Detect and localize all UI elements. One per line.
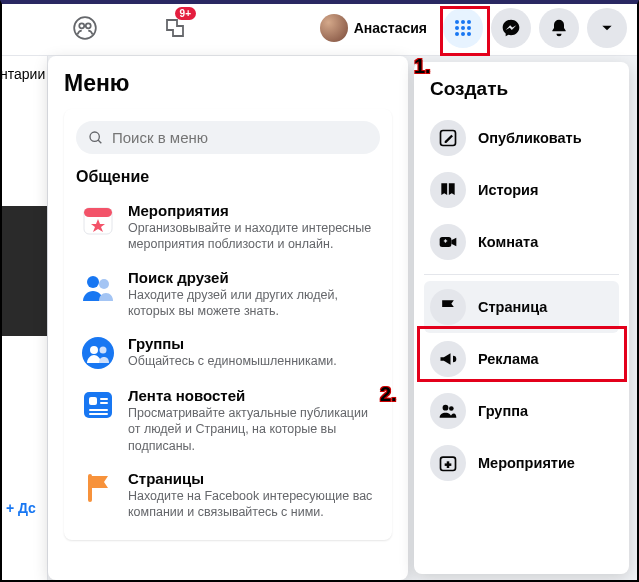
svg-point-11	[467, 32, 471, 36]
svg-point-8	[467, 26, 471, 30]
create-item-post[interactable]: Опубликовать	[424, 112, 619, 164]
left-sidebar-partial: нтарии + Дс	[0, 56, 48, 582]
section-header: Общение	[76, 168, 380, 186]
flag-icon	[80, 470, 116, 506]
svg-rect-26	[88, 474, 92, 502]
megaphone-icon	[430, 341, 466, 377]
avatar	[320, 14, 348, 42]
svg-rect-21	[89, 397, 97, 405]
svg-point-19	[100, 347, 107, 354]
svg-rect-24	[89, 409, 108, 411]
create-item-event[interactable]: Мероприятие	[424, 437, 619, 489]
menu-button[interactable]	[443, 8, 483, 48]
svg-rect-22	[100, 398, 108, 400]
menu-title: Меню	[64, 70, 392, 97]
create-item-room[interactable]: Комната	[424, 216, 619, 268]
messenger-button[interactable]	[491, 8, 531, 48]
search-input[interactable]	[112, 129, 368, 146]
svg-point-1	[79, 23, 84, 28]
calendar-plus-icon	[430, 445, 466, 481]
menu-item-events[interactable]: МероприятияОрганизовывайте и находите ин…	[76, 194, 380, 261]
notifications-button[interactable]	[539, 8, 579, 48]
flag-icon	[430, 289, 466, 325]
svg-point-5	[467, 20, 471, 24]
svg-point-7	[461, 26, 465, 30]
groups-icon	[80, 335, 116, 371]
menu-item-groups[interactable]: ГруппыОбщайтесь с единомышленниками.	[76, 327, 380, 379]
svg-rect-30	[445, 239, 446, 242]
svg-point-12	[90, 132, 99, 141]
top-nav: 9+ Анастасия	[0, 0, 639, 56]
create-panel: Создать Опубликовать История Комната Стр…	[414, 62, 629, 574]
svg-rect-25	[89, 413, 108, 415]
create-item-group[interactable]: Группа	[424, 385, 619, 437]
menu-panel: Меню Общение МероприятияОрганизовывайте …	[48, 56, 408, 580]
grid-icon	[453, 18, 473, 38]
calendar-icon	[80, 202, 116, 238]
svg-point-10	[461, 32, 465, 36]
friends-icon	[80, 269, 116, 305]
create-title: Создать	[424, 78, 619, 112]
svg-rect-35	[445, 463, 452, 466]
messenger-icon	[501, 18, 521, 38]
user-name: Анастасия	[354, 20, 427, 36]
bell-icon	[549, 18, 569, 38]
svg-point-2	[86, 23, 91, 28]
menu-item-newsfeed[interactable]: Лента новостейПросматривайте актуальные …	[76, 379, 380, 462]
video-plus-icon	[430, 224, 466, 260]
svg-point-9	[455, 32, 459, 36]
truncated-label: нтарии	[0, 56, 47, 82]
search-icon	[88, 130, 104, 146]
svg-point-4	[461, 20, 465, 24]
groups-tab[interactable]	[60, 3, 110, 53]
annotation-2: 2.	[380, 383, 397, 406]
svg-rect-23	[100, 402, 108, 404]
newsfeed-icon	[80, 387, 116, 423]
svg-point-15	[87, 276, 99, 288]
group-icon	[430, 393, 466, 429]
svg-point-3	[455, 20, 459, 24]
menu-item-find-friends[interactable]: Поиск друзейНаходите друзей или других л…	[76, 261, 380, 328]
svg-point-16	[99, 279, 109, 289]
gaming-tab[interactable]: 9+	[150, 3, 200, 53]
create-item-ad[interactable]: Реклама	[424, 333, 619, 385]
add-shortcut[interactable]: + Дс	[6, 500, 36, 516]
account-button[interactable]	[587, 8, 627, 48]
menu-item-pages[interactable]: СтраницыНаходите на Facebook интересующи…	[76, 462, 380, 529]
caret-down-icon	[600, 21, 614, 35]
create-item-story[interactable]: История	[424, 164, 619, 216]
svg-rect-14	[84, 208, 112, 217]
search-input-wrapper[interactable]	[76, 121, 380, 154]
create-item-page[interactable]: Страница	[424, 281, 619, 333]
svg-point-31	[443, 405, 449, 411]
svg-point-18	[90, 346, 98, 354]
story-card-partial[interactable]	[0, 206, 47, 336]
svg-point-0	[74, 17, 96, 39]
annotation-1: 1.	[414, 55, 431, 78]
svg-point-6	[455, 26, 459, 30]
book-icon	[430, 172, 466, 208]
badge: 9+	[175, 7, 196, 20]
edit-icon	[430, 120, 466, 156]
profile-chip[interactable]: Анастасия	[316, 10, 435, 46]
svg-point-17	[82, 337, 114, 369]
svg-point-32	[449, 406, 454, 411]
